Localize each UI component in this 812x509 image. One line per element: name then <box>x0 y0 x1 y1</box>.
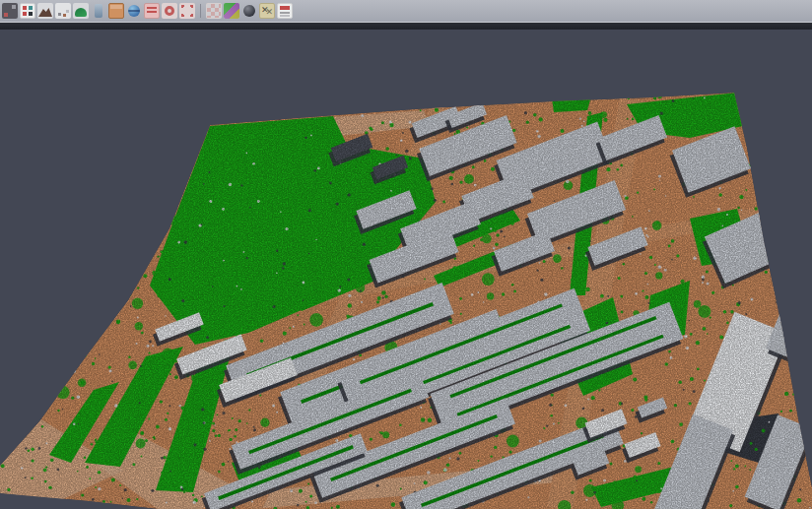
scatter-points-icon[interactable] <box>55 3 71 19</box>
dark-sphere-icon[interactable] <box>241 3 257 19</box>
colormap-icon[interactable] <box>224 3 239 19</box>
red-ring-icon[interactable] <box>162 3 177 19</box>
pixel-grid-icon[interactable] <box>2 3 18 19</box>
app-window <box>0 0 812 509</box>
point-cloud-scene <box>0 0 812 509</box>
crossed-pages-icon[interactable] <box>259 3 275 19</box>
selection-brackets-icon[interactable] <box>179 3 195 19</box>
checker-layer-icon[interactable] <box>206 3 222 19</box>
vertical-slice-icon[interactable] <box>91 3 106 19</box>
orange-tile-icon[interactable] <box>108 3 124 19</box>
globe-icon[interactable] <box>126 3 142 19</box>
red-stripes-icon[interactable] <box>144 3 160 19</box>
green-mound-icon[interactable] <box>73 3 89 19</box>
toolbar-separator <box>200 4 201 18</box>
terrain-profile-icon[interactable] <box>37 3 53 19</box>
toolbar-shadow-strip <box>0 23 812 30</box>
red-bar-document-icon[interactable] <box>277 3 293 19</box>
registration-points-icon[interactable] <box>20 3 35 19</box>
toolbar <box>0 0 812 23</box>
